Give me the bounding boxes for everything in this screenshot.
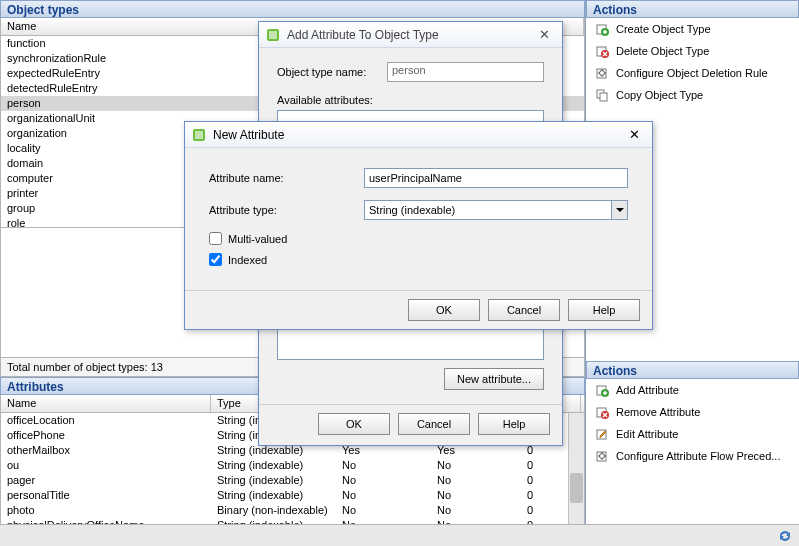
actions-header-top: Actions [586, 0, 799, 18]
actions-header-bottom: Actions [586, 361, 799, 379]
action-edit-attribute[interactable]: Edit Attribute [586, 423, 799, 445]
status-bar [0, 524, 799, 546]
indexed-checkbox[interactable] [209, 253, 222, 266]
action-copy-object-type[interactable]: Copy Object Type [586, 84, 799, 106]
delete-icon [594, 43, 610, 59]
action-configure-object-deletion-rule[interactable]: Configure Object Deletion Rule [586, 62, 799, 84]
copy-icon [594, 87, 610, 103]
attribute-row[interactable]: personalTitleString (indexable)NoNo0 [1, 488, 584, 503]
chevron-down-icon[interactable] [611, 201, 627, 219]
ok-button[interactable]: OK [408, 299, 480, 321]
gear-icon [594, 65, 610, 81]
gear-icon [594, 448, 610, 464]
label-available-attributes: Available attributes: [277, 94, 544, 106]
label-attribute-name: Attribute name: [209, 172, 364, 184]
actions-top: Create Object TypeDelete Object TypeConf… [586, 18, 799, 106]
cancel-button[interactable]: Cancel [488, 299, 560, 321]
action-delete-object-type[interactable]: Delete Object Type [586, 40, 799, 62]
ok-button[interactable]: OK [318, 413, 390, 435]
attribute-type-select[interactable]: String (indexable) [364, 200, 628, 220]
svg-rect-7 [600, 93, 607, 101]
action-add-attribute[interactable]: Add Attribute [586, 379, 799, 401]
delete-icon [594, 404, 610, 420]
attribute-row[interactable]: ouString (indexable)NoNo0 [1, 458, 584, 473]
svg-rect-16 [269, 31, 277, 39]
new-attribute-button[interactable]: New attribute... [444, 368, 544, 390]
action-configure-attribute-flow-preced[interactable]: Configure Attribute Flow Preced... [586, 445, 799, 467]
app-icon [265, 27, 281, 43]
col-attr-name[interactable]: Name [1, 395, 211, 412]
plus-icon [594, 382, 610, 398]
attribute-row[interactable]: pagerString (indexable)NoNo0 [1, 473, 584, 488]
multi-valued-checkbox[interactable] [209, 232, 222, 245]
attribute-row[interactable]: photoBinary (non-indexable)NoNo0 [1, 503, 584, 518]
label-multi-valued: Multi-valued [228, 233, 287, 245]
help-button[interactable]: Help [478, 413, 550, 435]
svg-rect-18 [195, 131, 203, 139]
help-button[interactable]: Help [568, 299, 640, 321]
app-icon [191, 127, 207, 143]
refresh-icon[interactable] [777, 528, 793, 544]
close-icon[interactable]: ✕ [622, 126, 646, 144]
edit-icon [594, 426, 610, 442]
new-attribute-dialog[interactable]: New Attribute ✕ Attribute name: Attribut… [184, 121, 653, 330]
plus-icon [594, 21, 610, 37]
actions-bottom: Add AttributeRemove AttributeEdit Attrib… [586, 379, 799, 467]
object-types-header: Object types [0, 0, 585, 18]
attribute-name-input[interactable] [364, 168, 628, 188]
cancel-button[interactable]: Cancel [398, 413, 470, 435]
close-icon[interactable]: ✕ [532, 26, 556, 44]
object-type-name-field: person [387, 62, 544, 82]
label-indexed: Indexed [228, 254, 267, 266]
action-create-object-type[interactable]: Create Object Type [586, 18, 799, 40]
label-object-type-name: Object type name: [277, 66, 387, 78]
dialog-title: Add Attribute To Object Type [287, 28, 532, 42]
action-remove-attribute[interactable]: Remove Attribute [586, 401, 799, 423]
label-attribute-type: Attribute type: [209, 204, 364, 216]
dialog-title: New Attribute [213, 128, 622, 142]
